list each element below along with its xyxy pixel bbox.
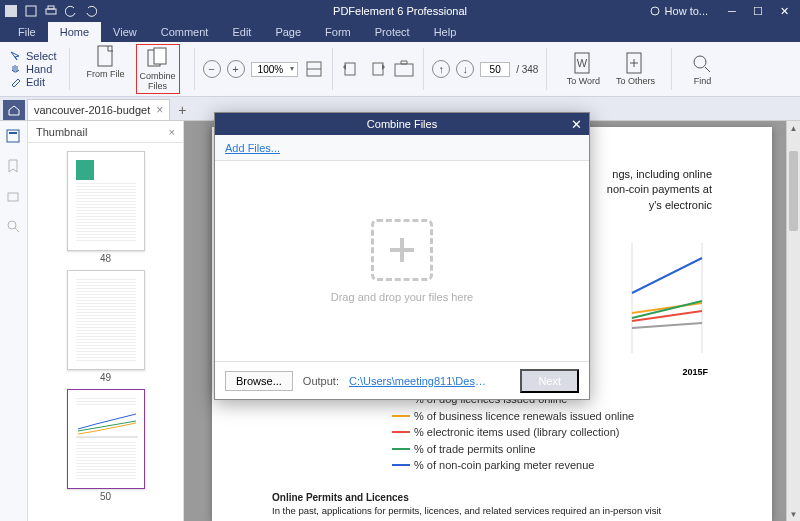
close-button[interactable]: ✕ <box>772 2 796 20</box>
thumbnail-title: Thumbnail <box>36 126 87 138</box>
page-down-button[interactable]: ↓ <box>456 60 474 78</box>
thumbnail-close-icon[interactable]: × <box>169 126 175 138</box>
bulb-icon <box>649 5 661 17</box>
drop-zone[interactable]: Drag and drop your files here <box>215 161 589 361</box>
home-tab[interactable] <box>3 100 25 120</box>
svg-point-15 <box>694 56 706 68</box>
from-file-icon <box>93 44 119 70</box>
section-heading: Online Permits and Licences <box>272 492 712 503</box>
dialog-title: Combine Files <box>367 118 437 130</box>
dialog-close-button[interactable]: ✕ <box>567 115 585 133</box>
edit-tool[interactable]: Edit <box>10 76 45 88</box>
titlebar: PDFelement 6 Professional How to... ─ ☐ … <box>0 0 800 22</box>
zoom-group: − + 100% <box>203 59 325 79</box>
drop-icon <box>371 219 433 281</box>
thumbnail-item: 49 <box>67 270 145 383</box>
menu-view[interactable]: View <box>101 22 149 42</box>
svg-point-4 <box>651 7 659 15</box>
undo-icon[interactable] <box>64 4 78 18</box>
add-files-link[interactable]: Add Files... <box>225 142 280 154</box>
menu-form[interactable]: Form <box>313 22 363 42</box>
hand-tool[interactable]: Hand <box>10 63 52 75</box>
fit-width-icon[interactable] <box>304 59 324 79</box>
minimize-button[interactable]: ─ <box>720 2 744 20</box>
svg-text:W: W <box>577 57 588 69</box>
print-icon[interactable] <box>44 4 58 18</box>
page-total: / 348 <box>516 64 538 75</box>
menu-home[interactable]: Home <box>48 22 101 42</box>
find-button[interactable]: Find <box>680 51 724 87</box>
thumbnails-icon[interactable] <box>6 129 22 145</box>
combine-files-dialog: Combine Files ✕ Add Files... Drag and dr… <box>214 112 590 400</box>
attachments-icon[interactable] <box>6 189 22 205</box>
screenshot-icon[interactable] <box>393 59 415 79</box>
scroll-up-arrow[interactable]: ▲ <box>787 121 800 135</box>
menu-file[interactable]: File <box>6 22 48 42</box>
app-logo-icon <box>4 4 18 18</box>
app-title: PDFelement 6 Professional <box>333 5 467 17</box>
next-button[interactable]: Next <box>520 369 579 393</box>
svg-rect-17 <box>9 132 17 134</box>
svg-point-19 <box>8 221 16 229</box>
scroll-down-arrow[interactable]: ▼ <box>787 507 800 521</box>
tab-close-icon[interactable]: × <box>156 103 163 117</box>
page-input[interactable] <box>480 62 510 77</box>
menu-comment[interactable]: Comment <box>149 22 221 42</box>
svg-rect-11 <box>395 64 413 76</box>
to-word-button[interactable]: W To Word <box>561 51 605 87</box>
howto-link[interactable]: How to... <box>649 5 708 17</box>
vertical-scrollbar[interactable]: ▲ ▼ <box>786 121 800 521</box>
svg-rect-5 <box>98 46 112 66</box>
svg-rect-10 <box>373 63 383 75</box>
svg-rect-18 <box>8 193 18 201</box>
side-rail <box>0 121 28 521</box>
ribbon-tools: Select Hand Edit <box>6 48 61 90</box>
zoom-in-button[interactable]: + <box>227 60 245 78</box>
dialog-titlebar: Combine Files ✕ <box>215 113 589 135</box>
menu-protect[interactable]: Protect <box>363 22 422 42</box>
thumbnail-list[interactable]: 48 49 50 <box>28 143 183 521</box>
section-body: In the past, applications for permits, l… <box>272 505 712 516</box>
thumbnail-item: 48 <box>67 151 145 264</box>
maximize-button[interactable]: ☐ <box>746 2 770 20</box>
svg-rect-1 <box>26 6 36 16</box>
search-icon[interactable] <box>6 219 22 235</box>
combine-files-icon <box>145 46 171 72</box>
menubar: File Home View Comment Edit Page Form Pr… <box>0 22 800 42</box>
rotate-left-icon[interactable] <box>341 59 361 79</box>
howto-label: How to... <box>665 5 708 17</box>
add-tab-button[interactable]: + <box>172 100 192 120</box>
save-icon[interactable] <box>24 4 38 18</box>
browse-button[interactable]: Browse... <box>225 371 293 391</box>
to-others-button[interactable]: To Others <box>613 51 657 87</box>
menu-page[interactable]: Page <box>263 22 313 42</box>
page-up-button[interactable]: ↑ <box>432 60 450 78</box>
output-path-link[interactable]: C:\Users\meeting811\Desktop\PDFele... <box>349 375 489 387</box>
scroll-thumb[interactable] <box>789 151 798 231</box>
svg-rect-7 <box>154 48 166 64</box>
tab-label: vancouver-2016-budget <box>34 104 150 116</box>
home-icon <box>7 104 21 116</box>
combine-files-button[interactable]: Combine Files <box>136 44 180 94</box>
rotate-right-icon[interactable] <box>367 59 387 79</box>
chart-legend: % of dog licences issued online% of busi… <box>392 391 712 474</box>
to-others-icon <box>622 51 648 77</box>
select-tool[interactable]: Select <box>10 50 57 62</box>
redo-icon[interactable] <box>84 4 98 18</box>
thumbnail-panel: Thumbnail × 48 49 50 <box>28 121 184 521</box>
zoom-out-button[interactable]: − <box>203 60 221 78</box>
menu-help[interactable]: Help <box>422 22 469 42</box>
find-icon <box>689 51 715 77</box>
svg-rect-9 <box>345 63 355 75</box>
zoom-select[interactable]: 100% <box>251 62 299 77</box>
from-file-button[interactable]: From File <box>84 44 128 94</box>
ribbon: Select Hand Edit From File Combine Files… <box>0 42 800 97</box>
svg-rect-0 <box>5 5 17 17</box>
svg-rect-3 <box>48 6 54 9</box>
menu-edit[interactable]: Edit <box>220 22 263 42</box>
thumbnail-item: 50 <box>67 389 145 502</box>
bookmarks-icon[interactable] <box>6 159 22 175</box>
to-word-icon: W <box>570 51 596 77</box>
drop-label: Drag and drop your files here <box>331 291 473 303</box>
document-tab[interactable]: vancouver-2016-budget × <box>27 99 170 120</box>
